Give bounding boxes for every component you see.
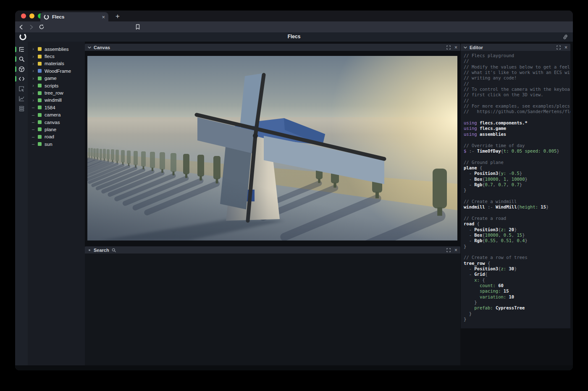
- entity-color-square: [38, 135, 42, 139]
- browser-tab[interactable]: Flecs ×: [40, 12, 108, 21]
- fullscreen-icon[interactable]: [446, 45, 451, 50]
- entity-label: road: [45, 134, 54, 139]
- entity-label: sun: [45, 142, 52, 147]
- editor-panel-header: Editor ×: [461, 44, 570, 51]
- canvas-panel-header: Canvas ×: [85, 44, 460, 51]
- search-panel: Search ×: [85, 246, 460, 365]
- entity-label: canvas: [45, 120, 60, 125]
- entity-tree: ›assemblies›flecs›materials›WoodFrame›ga…: [28, 45, 85, 148]
- tree-item-tree_row[interactable]: ›tree_row: [28, 89, 85, 96]
- search-icon: [112, 248, 116, 252]
- minimize-window-button[interactable]: [29, 13, 34, 18]
- leaf-dash-icon: –: [32, 113, 35, 117]
- entity-color-square: [38, 106, 42, 109]
- expand-arrow-icon[interactable]: ›: [32, 91, 35, 95]
- activity-search-icon[interactable]: [15, 55, 28, 63]
- tree-item-assemblies[interactable]: ›assemblies: [28, 45, 85, 53]
- active-indicator: [15, 47, 16, 52]
- tree-item-scripts[interactable]: ›scripts: [28, 82, 85, 89]
- expand-arrow-icon[interactable]: ›: [32, 47, 35, 51]
- code-editor[interactable]: // Flecs playground//// Modify the value…: [461, 51, 570, 328]
- entity-label: game: [45, 76, 57, 81]
- browser-toolbar: flecs.dev /explorer/?wasm=https://www.fl…: [15, 21, 573, 32]
- canvas-body: [85, 51, 460, 246]
- close-panel-icon[interactable]: ×: [454, 45, 457, 50]
- browser-window: Flecs × +: [15, 11, 573, 370]
- activity-inspector-icon[interactable]: [15, 85, 28, 93]
- activity-data-tables-icon[interactable]: [15, 104, 28, 113]
- expand-arrow-icon[interactable]: ›: [32, 76, 35, 81]
- active-indicator: [15, 56, 16, 62]
- 3d-viewport[interactable]: [87, 56, 457, 240]
- search-panel-header: Search ×: [85, 246, 460, 254]
- entity-color-square: [38, 47, 42, 51]
- entity-label: materials: [45, 61, 64, 66]
- tree-item-plane[interactable]: –plane: [28, 126, 85, 133]
- new-tab-button[interactable]: +: [113, 12, 122, 21]
- entity-color-square: [38, 55, 42, 58]
- expand-arrow-icon[interactable]: ›: [32, 69, 35, 73]
- expand-arrow-icon[interactable]: ›: [32, 98, 35, 103]
- fullscreen-icon[interactable]: [556, 45, 561, 50]
- expand-arrow-icon[interactable]: ›: [32, 61, 35, 66]
- expand-arrow-icon[interactable]: ›: [32, 54, 35, 59]
- entity-color-square: [38, 120, 42, 124]
- tree-item-materials[interactable]: ›materials: [28, 60, 85, 67]
- tree-item-windmill[interactable]: ›windmill: [28, 97, 85, 104]
- entity-color-square: [38, 91, 42, 95]
- collapsed-indicator-icon[interactable]: [89, 249, 90, 251]
- leaf-dash-icon: –: [32, 120, 35, 124]
- tab-close-icon[interactable]: ×: [102, 14, 105, 20]
- activity-bar: [15, 42, 28, 365]
- app-header: Flecs: [15, 32, 573, 42]
- activity-3d-canvas-icon[interactable]: [15, 65, 28, 73]
- tree-item-game[interactable]: ›game: [28, 75, 85, 82]
- tree-item-road[interactable]: –road: [28, 133, 85, 140]
- forward-button[interactable]: [29, 24, 34, 30]
- entity-color-square: [38, 142, 42, 146]
- entity-color-square: [38, 69, 42, 73]
- chevron-down-icon[interactable]: [88, 46, 91, 49]
- close-window-button[interactable]: [21, 13, 26, 18]
- tree-item-1584[interactable]: –1584: [28, 104, 85, 111]
- entity-label: windmill: [45, 98, 62, 103]
- entity-color-square: [38, 77, 42, 80]
- entity-color-square: [38, 113, 42, 117]
- activity-code-editor-icon[interactable]: [15, 74, 28, 83]
- activity-hierarchy-icon[interactable]: [15, 45, 28, 53]
- favicon-flecs-icon: [44, 14, 49, 20]
- leaf-dash-icon: –: [32, 105, 35, 110]
- entity-label: WoodFrame: [45, 69, 71, 74]
- tree-item-WoodFrame[interactable]: ›WoodFrame: [28, 67, 85, 74]
- canvas-panel-title: Canvas: [94, 45, 110, 50]
- page-title: Flecs: [15, 34, 573, 40]
- tree-item-canvas[interactable]: –canvas: [28, 119, 85, 126]
- canvas-panel: Canvas ×: [85, 44, 460, 246]
- entity-label: assemblies: [45, 47, 69, 52]
- entity-tree-sidebar: ›assemblies›flecs›materials›WoodFrame›ga…: [28, 42, 85, 365]
- active-indicator: [15, 66, 16, 72]
- fullscreen-icon[interactable]: [446, 248, 451, 252]
- chevron-down-icon[interactable]: [464, 46, 467, 49]
- entity-color-square: [38, 62, 42, 66]
- editor-panel: Editor × // Flecs playground//// Modify …: [461, 44, 570, 328]
- entity-color-square: [38, 98, 42, 102]
- tree-item-camera[interactable]: –camera: [28, 111, 85, 119]
- entity-label: camera: [45, 112, 60, 117]
- tree-item-sun[interactable]: –sun: [28, 140, 85, 148]
- reload-button[interactable]: [39, 24, 45, 30]
- search-body[interactable]: [85, 254, 460, 365]
- back-button[interactable]: [18, 24, 24, 30]
- bookmarks-icon[interactable]: [135, 24, 140, 30]
- tab-strip: Flecs × +: [15, 11, 573, 21]
- tree-item-flecs[interactable]: ›flecs: [28, 53, 85, 60]
- close-panel-icon[interactable]: ×: [564, 45, 567, 50]
- close-panel-icon[interactable]: ×: [454, 248, 457, 253]
- entity-label: flecs: [45, 54, 55, 59]
- share-link-icon[interactable]: [562, 34, 568, 40]
- activity-statistics-icon[interactable]: [15, 94, 28, 103]
- window-controls: [21, 13, 43, 18]
- expand-arrow-icon[interactable]: ›: [32, 83, 35, 88]
- search-panel-title: Search: [94, 248, 109, 253]
- entity-color-square: [38, 127, 42, 131]
